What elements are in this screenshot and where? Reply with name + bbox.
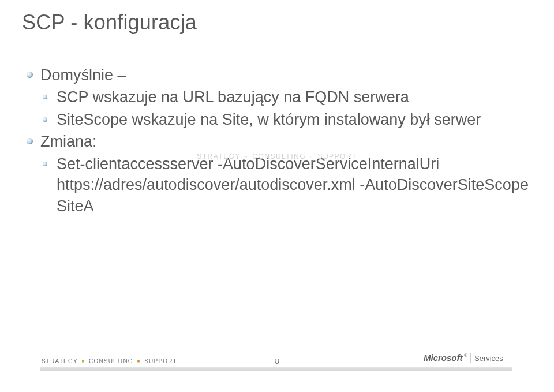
bullet-default: Domyślnie – xyxy=(24,65,531,85)
slide-footer: STRATEGY ■ CONSULTING ■ SUPPORT 8 Micros… xyxy=(0,346,554,371)
slide-content: Domyślnie – SCP wskazuje na URL bazujący… xyxy=(22,65,531,216)
slide: SCP - konfiguracja Domyślnie – SCP wskaz… xyxy=(0,0,554,392)
subbullet-cmdlet: Set-clientaccessserver -AutoDiscoverServ… xyxy=(24,154,531,216)
footer-divider-bar xyxy=(40,367,512,371)
subbullet-scp-url: SCP wskazuje na URL bazujący na FQDN ser… xyxy=(24,87,531,107)
microsoft-services-logo: Microsoft ® Services xyxy=(424,352,510,365)
svg-text:Services: Services xyxy=(474,354,503,363)
bullet-change: Zmiana: xyxy=(24,131,531,152)
slide-title: SCP - konfiguracja xyxy=(22,10,531,35)
svg-text:®: ® xyxy=(464,353,467,358)
svg-text:Microsoft: Microsoft xyxy=(424,353,463,363)
subbullet-sitescope: SiteScope wskazuje na Site, w którym ins… xyxy=(24,109,531,130)
